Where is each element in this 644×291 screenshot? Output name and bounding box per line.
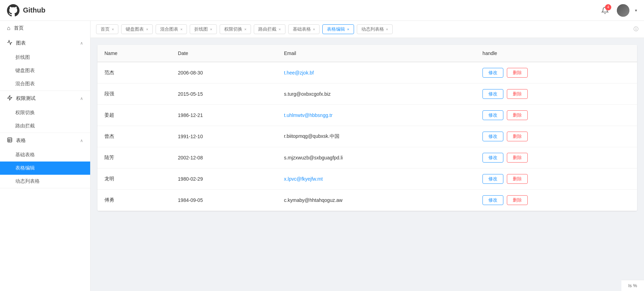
tab-close-table-edit[interactable]: × bbox=[347, 27, 349, 31]
cell-email: c.kymaby@hhtahqoguz.aw bbox=[277, 190, 476, 211]
sidebar-item-permissions[interactable]: 权限测试 ∧ bbox=[0, 91, 90, 106]
cell-email: t.uhlmwtv@hbbsngg.tr bbox=[277, 105, 476, 126]
sidebar-group-permissions: 权限测试 ∧ 权限切换 路由拦截 bbox=[0, 91, 90, 133]
tab-close-route-guard[interactable]: × bbox=[278, 27, 281, 31]
table-row: 龙明1980-02-29x.lpvc@fkyejfw.mt 修改 删除 bbox=[97, 168, 637, 190]
edit-button[interactable]: 修改 bbox=[482, 195, 503, 205]
cell-name: 傅勇 bbox=[97, 190, 171, 211]
tab-item-dynamic-table[interactable]: 动态列表格× bbox=[357, 24, 393, 34]
cell-handle: 修改 删除 bbox=[476, 190, 637, 211]
email-value: r.biitopmqg@qubxsk.中国 bbox=[284, 133, 339, 139]
tab-item-keyboard-chart[interactable]: 键盘图表× bbox=[121, 24, 152, 34]
handle-cell: 修改 删除 bbox=[482, 110, 630, 120]
tab-item-basic-table[interactable]: 基础表格× bbox=[288, 24, 320, 34]
table-row: 傅勇1984-09-05c.kymaby@hhtahqoguz.aw 修改 删除 bbox=[97, 190, 637, 211]
table-arrow-icon: ∧ bbox=[80, 138, 83, 143]
delete-button[interactable]: 删除 bbox=[507, 110, 528, 120]
sidebar-table-label: 表格 bbox=[16, 137, 80, 144]
notification-badge: 4 bbox=[605, 4, 611, 10]
delete-button[interactable]: 删除 bbox=[507, 195, 528, 205]
home-icon: ⌂ bbox=[7, 25, 10, 31]
sidebar-item-table[interactable]: 表格 ∧ bbox=[0, 133, 90, 148]
delete-button[interactable]: 删除 bbox=[507, 132, 528, 141]
cell-name: 陆芳 bbox=[97, 147, 171, 168]
user-avatar[interactable] bbox=[617, 4, 629, 17]
tab-item-mixed-chart[interactable]: 混合图表× bbox=[156, 24, 187, 34]
sidebar-item-keyboard-chart[interactable]: 键盘图表 bbox=[0, 64, 90, 77]
header-right: 4 ▾ bbox=[599, 4, 637, 17]
edit-button[interactable]: 修改 bbox=[482, 89, 503, 99]
sidebar: ⌂ 首页 图表 ∧ 折线图 键盘图表 混合图表 bbox=[0, 21, 91, 291]
sidebar-group-charts: 图表 ∧ 折线图 键盘图表 混合图表 bbox=[0, 36, 90, 91]
user-dropdown-arrow[interactable]: ▾ bbox=[635, 8, 637, 13]
edit-button[interactable]: 修改 bbox=[482, 132, 503, 141]
tab-label: 基础表格 bbox=[293, 26, 311, 32]
handle-cell: 修改 删除 bbox=[482, 132, 630, 141]
tab-label: 动态列表格 bbox=[361, 26, 384, 32]
table-row: 范杰2006-08-30t.hee@zjok.bf 修改 删除 bbox=[97, 62, 637, 84]
tab-info-icon[interactable]: ⓘ bbox=[634, 26, 638, 32]
table-header: NameDateEmailhandle bbox=[97, 45, 637, 62]
tab-close-home[interactable]: × bbox=[112, 27, 114, 31]
cell-date: 1980-02-29 bbox=[171, 168, 277, 190]
notification-bell[interactable]: 4 bbox=[599, 4, 611, 17]
line-chart-label: 折线图 bbox=[15, 54, 30, 61]
tab-close-basic-table[interactable]: × bbox=[313, 27, 315, 31]
cell-email: s.mjzxwuzb@sxbguagfpd.li bbox=[277, 147, 476, 168]
tab-item-line-chart[interactable]: 折线图× bbox=[190, 24, 217, 34]
edit-button[interactable]: 修改 bbox=[482, 153, 503, 163]
delete-button[interactable]: 删除 bbox=[507, 68, 528, 78]
header: Github 4 ▾ bbox=[0, 0, 644, 21]
edit-button[interactable]: 修改 bbox=[482, 174, 503, 184]
app-title: Github bbox=[23, 6, 45, 14]
edit-button[interactable]: 修改 bbox=[482, 68, 503, 78]
delete-button[interactable]: 删除 bbox=[507, 153, 528, 163]
delete-button[interactable]: 删除 bbox=[507, 174, 528, 184]
mixed-chart-label: 混合图表 bbox=[15, 81, 35, 87]
cell-email: s.turg@oxbxcgofx.biz bbox=[277, 84, 476, 105]
cell-date: 1991-12-10 bbox=[171, 126, 277, 147]
cell-date: 2006-08-30 bbox=[171, 62, 277, 84]
cell-date: 1984-09-05 bbox=[171, 190, 277, 211]
tab-close-mixed-chart[interactable]: × bbox=[180, 27, 182, 31]
bottom-hint: Is % bbox=[621, 280, 644, 291]
tab-close-permission-switch[interactable]: × bbox=[244, 27, 246, 31]
sidebar-item-permission-switch[interactable]: 权限切换 bbox=[0, 106, 90, 119]
route-guard-label: 路由拦截 bbox=[15, 123, 35, 129]
basic-table-label: 基础表格 bbox=[15, 152, 35, 158]
sidebar-item-charts[interactable]: 图表 ∧ bbox=[0, 36, 90, 51]
table-row: 姜超1986-12-21t.uhlmwtv@hbbsngg.tr 修改 删除 bbox=[97, 105, 637, 126]
tab-close-keyboard-chart[interactable]: × bbox=[146, 27, 148, 31]
main-layout: ⌂ 首页 图表 ∧ 折线图 键盘图表 混合图表 bbox=[0, 21, 644, 291]
tab-label: 表格编辑 bbox=[327, 26, 345, 32]
sidebar-item-route-guard[interactable]: 路由拦截 bbox=[0, 119, 90, 133]
tab-label: 混合图表 bbox=[160, 26, 178, 32]
edit-button[interactable]: 修改 bbox=[482, 110, 503, 120]
permission-switch-label: 权限切换 bbox=[15, 110, 35, 116]
avatar-image bbox=[617, 4, 629, 17]
tab-close-line-chart[interactable]: × bbox=[210, 27, 212, 31]
email-value: s.turg@oxbxcgofx.biz bbox=[284, 91, 331, 97]
cell-handle: 修改 删除 bbox=[476, 84, 637, 105]
delete-button[interactable]: 删除 bbox=[507, 89, 528, 99]
tab-close-dynamic-table[interactable]: × bbox=[386, 27, 388, 31]
tab-item-table-edit[interactable]: 表格编辑× bbox=[322, 24, 354, 34]
email-value: c.kymaby@hhtahqoguz.aw bbox=[284, 197, 343, 203]
tab-item-permission-switch[interactable]: 权限切换× bbox=[220, 24, 251, 34]
sidebar-item-mixed-chart[interactable]: 混合图表 bbox=[0, 77, 90, 91]
cell-name: 范杰 bbox=[97, 62, 171, 84]
tab-item-home[interactable]: 首页× bbox=[96, 24, 118, 34]
sidebar-item-dynamic-table[interactable]: 动态列表格 bbox=[0, 175, 90, 188]
email-value: t.hee@zjok.bf bbox=[284, 70, 314, 76]
sidebar-item-line-chart[interactable]: 折线图 bbox=[0, 51, 90, 64]
tab-label: 折线图 bbox=[194, 26, 208, 32]
svg-rect-1 bbox=[8, 138, 12, 142]
cell-name: 姜超 bbox=[97, 105, 171, 126]
sidebar-permissions-label: 权限测试 bbox=[16, 95, 80, 102]
sidebar-item-table-edit[interactable]: 表格编辑 bbox=[0, 162, 90, 175]
sidebar-item-basic-table[interactable]: 基础表格 bbox=[0, 148, 90, 162]
sidebar-item-home[interactable]: ⌂ 首页 bbox=[0, 21, 90, 36]
tab-item-route-guard[interactable]: 路由拦截× bbox=[254, 24, 285, 34]
handle-cell: 修改 删除 bbox=[482, 153, 630, 163]
table-icon bbox=[7, 137, 13, 144]
